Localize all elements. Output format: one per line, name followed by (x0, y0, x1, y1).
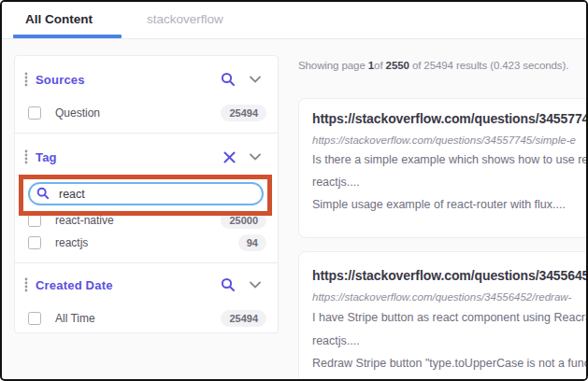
section-divider (15, 133, 278, 134)
result-snippet-line: Simple usage example of react-router wit… (312, 198, 566, 211)
app-window: All Content stackoverflow Sources (0, 0, 588, 381)
result-url: https://stackoverflow.com/questions/3455… (312, 291, 571, 303)
result-snippet-line: I have Stripe button as react component … (312, 311, 588, 324)
facet-title-tag: Tag (36, 150, 57, 164)
drag-handle-icon[interactable] (24, 72, 28, 87)
highlight-annotation (19, 175, 272, 216)
tab-bar: All Content stackoverflow (2, 2, 586, 39)
results-summary: Showing page 1of 2550 of 25494 results (… (298, 60, 568, 71)
checkbox-all-time[interactable] (28, 312, 41, 325)
result-snippet-line: reactjs.... (312, 176, 360, 189)
checkbox-react-native[interactable] (28, 214, 41, 227)
facet-row-question: Question 25494 (15, 105, 278, 121)
count-badge: 25494 (221, 105, 266, 121)
facet-row-reactjs: reactjs 94 (15, 234, 278, 251)
checkbox-reactjs[interactable] (28, 236, 41, 249)
facet-header-tag: Tag (15, 146, 278, 168)
facet-title-sources: Sources (36, 73, 85, 87)
count-badge: 25494 (221, 310, 266, 327)
facet-item-label: reactjs (55, 236, 88, 249)
search-icon[interactable] (221, 72, 236, 87)
result-card: https://stackoverflow.com/questions/3455… (298, 251, 588, 381)
search-icon[interactable] (221, 277, 236, 292)
chevron-down-icon[interactable] (250, 76, 261, 83)
section-divider (15, 262, 278, 263)
facet-header-sources: Sources (15, 68, 278, 91)
summary-prefix: Showing page (298, 60, 368, 71)
tab-stackoverflow[interactable]: stackoverflow (147, 12, 223, 26)
result-snippet-line: reactjs.... (312, 334, 360, 347)
chevron-down-icon[interactable] (250, 281, 261, 289)
summary-mid: of (374, 60, 386, 71)
result-card: https://stackoverflow.com/questions/3455… (298, 98, 588, 238)
checkbox-question[interactable] (28, 106, 41, 120)
summary-suffix: of 25494 results (0.423 seconds). (409, 60, 568, 71)
facet-panel: Sources Question 25494 Tag (14, 55, 279, 333)
facet-item-label: Question (55, 106, 100, 120)
tab-all-content[interactable]: All Content (25, 12, 93, 26)
result-title-link[interactable]: https://stackoverflow.com/questions/3455… (312, 111, 588, 126)
facet-item-label: All Time (55, 312, 95, 325)
result-title-link[interactable]: https://stackoverflow.com/questions/3455… (312, 268, 588, 283)
facet-title-created-date: Created Date (36, 278, 113, 292)
facet-header-created-date: Created Date (15, 274, 278, 296)
facet-item-label: react-native (55, 214, 114, 227)
drag-handle-icon[interactable] (24, 149, 28, 164)
result-url: https://stackoverflow.com/questions/3455… (312, 134, 576, 146)
clear-filter-icon[interactable] (223, 151, 236, 163)
drag-handle-icon[interactable] (24, 277, 28, 292)
active-tab-underline (13, 35, 122, 38)
result-snippet-line: Is there a simple example which shows ho… (312, 153, 588, 166)
count-badge: 94 (238, 234, 266, 251)
chevron-down-icon[interactable] (250, 153, 261, 161)
result-snippet-line: Redraw Stripe button "type.toUpperCase i… (312, 357, 588, 370)
facet-row-all-time: All Time 25494 (15, 310, 278, 327)
summary-total-pages: 2550 (386, 60, 409, 71)
